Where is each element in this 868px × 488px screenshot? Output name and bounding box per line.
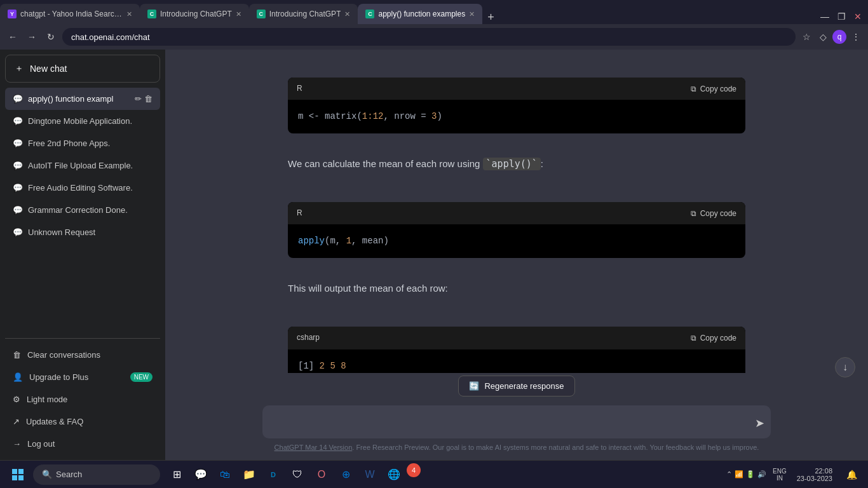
taskbar-opera[interactable]: O <box>310 463 333 486</box>
copy-code-button-2[interactable]: ⧉ Copy code <box>691 209 736 218</box>
region-text: IN <box>776 475 783 482</box>
taskbar-chrome[interactable]: 🌐 <box>383 463 405 486</box>
tray-battery[interactable]: 🔋 <box>746 470 755 478</box>
upgrade-to-plus-button[interactable]: 👤 Upgrade to Plus NEW <box>5 366 160 388</box>
minimize-button[interactable]: — <box>817 9 832 24</box>
message-text2-inner: This will output the mean of each row: <box>262 281 771 296</box>
restore-button[interactable]: ❐ <box>834 9 849 24</box>
copy-label-3: Copy code <box>700 334 736 342</box>
taskbar-edge[interactable]: ⊕ <box>334 463 357 486</box>
taskbar-store[interactable]: 🛍 <box>214 463 236 486</box>
lang-text: ENG <box>773 468 787 475</box>
tab-close-chatgpt2[interactable]: ✕ <box>344 10 350 18</box>
light-mode-label: Light mode <box>27 395 67 404</box>
message-text1-inner: We can calculate the mean of each row us… <box>262 156 771 172</box>
sidebar-item-conv3[interactable]: 💬 Free 2nd Phone Apps. <box>5 132 160 154</box>
delete-icon-conv1[interactable]: 🗑 <box>144 94 153 104</box>
taskbar-fileexplorer[interactable]: 📁 <box>238 463 261 486</box>
lang-indicator[interactable]: ENG IN <box>770 468 789 482</box>
svg-rect-3 <box>18 475 24 480</box>
taskbar-notification[interactable]: 4 <box>407 463 421 477</box>
taskbar-mcafee[interactable]: 🛡 <box>286 463 309 486</box>
tab-apply[interactable]: C apply() function examples ✕ <box>358 4 482 24</box>
back-button[interactable]: ← <box>5 29 20 44</box>
sidebar-item-conv7[interactable]: 💬 Unknown Request <box>5 221 160 243</box>
send-button[interactable]: ➤ <box>755 416 764 430</box>
taskbar-search[interactable]: 🔍 Search <box>33 464 160 485</box>
tab-close-chatgpt1[interactable]: ✕ <box>236 10 241 18</box>
taskbar-taskview[interactable]: ⊞ <box>165 463 188 486</box>
code-num-2: 2 <box>320 361 330 371</box>
tab-close-apply[interactable]: ✕ <box>469 10 475 18</box>
copy-code-button-3[interactable]: ⧉ Copy code <box>691 334 736 342</box>
sidebar-item-conv5[interactable]: 💬 Free Audio Editing Software. <box>5 177 160 199</box>
new-chat-button[interactable]: ＋ New chat <box>5 55 160 83</box>
tray-volume[interactable]: 🔊 <box>757 470 766 478</box>
copy-icon-3: ⧉ <box>691 334 696 342</box>
code-lang-1: R <box>297 83 302 95</box>
bookmark-icon[interactable]: ☆ <box>799 30 813 44</box>
sidebar-item-conv6[interactable]: 💬 Grammar Correction Done. <box>5 199 160 221</box>
chat-content: R ⧉ Copy code m <- matrix(1:12, nrow = 3… <box>165 50 868 460</box>
chat-icon-conv2: 💬 <box>13 116 23 126</box>
code-text-1a: m <- matrix( <box>298 111 362 121</box>
tab-bar: Y chatgpt - Yahoo India Search Res... ✕ … <box>0 0 868 24</box>
code-lang-3: csharp <box>297 332 320 344</box>
clear-conversations-button[interactable]: 🗑 Clear conversations <box>5 344 160 366</box>
sidebar-item-conv4[interactable]: 💬 AutoIT File Upload Example. <box>5 154 160 177</box>
tab-yahoo[interactable]: Y chatgpt - Yahoo India Search Res... ✕ <box>0 4 140 24</box>
chat-icon-conv4: 💬 <box>13 161 23 170</box>
scroll-bottom-button[interactable]: ↓ <box>835 357 855 377</box>
sidebar-item-conv2[interactable]: 💬 Dingtone Mobile Application. <box>5 110 160 132</box>
refresh-button[interactable]: ↻ <box>43 29 58 44</box>
address-bar-row: ← → ↻ ☆ ◇ q ⋮ <box>0 24 868 50</box>
light-mode-button[interactable]: ⚙ Light mode <box>5 388 160 410</box>
tab-title-chatgpt1: Introducing ChatGPT <box>160 10 232 18</box>
code-apply-paren2: , mean) <box>351 236 389 246</box>
code-text-1c: , nrow = <box>383 111 431 121</box>
tray-chevron[interactable]: ⌃ <box>726 470 732 478</box>
browser-chrome: Y chatgpt - Yahoo India Search Res... ✕ … <box>0 0 868 50</box>
profile-icon[interactable]: q <box>832 30 846 44</box>
tab-chatgpt1[interactable]: C Introducing ChatGPT ✕ <box>140 4 249 24</box>
extensions-icon[interactable]: ◇ <box>816 30 830 44</box>
forward-button[interactable]: → <box>24 29 39 44</box>
footer-link[interactable]: ChatGPT Mar 14 Version <box>275 444 353 451</box>
sidebar-item-conv1[interactable]: 💬 apply() function exampl ✏ 🗑 <box>5 88 160 110</box>
sidebar: ＋ New chat 💬 apply() function exampl ✏ 🗑… <box>0 50 165 460</box>
edit-icon-conv1[interactable]: ✏ <box>135 94 142 104</box>
window-close-button[interactable]: ✕ <box>850 9 865 24</box>
address-right: ☆ ◇ q ⋮ <box>799 30 863 44</box>
regenerate-tooltip[interactable]: 🔄 Regenerate response <box>458 376 574 396</box>
address-input[interactable] <box>62 28 796 46</box>
new-tab-button[interactable]: + <box>482 11 499 24</box>
menu-icon[interactable]: ⋮ <box>849 30 863 44</box>
message-text2-wrap: This will output the mean of each row: <box>165 273 868 311</box>
favicon-chatgpt1: C <box>147 10 156 18</box>
chat-list: 💬 apply() function exampl ✏ 🗑 💬 Dingtone… <box>5 88 160 336</box>
clock[interactable]: 22:08 23-03-2023 <box>793 467 836 482</box>
chat-title-conv6: Grammar Correction Done. <box>28 205 153 215</box>
regenerate-icon: 🔄 <box>469 381 479 391</box>
chat-input[interactable] <box>262 405 771 438</box>
taskbar-word[interactable]: W <box>358 463 381 486</box>
copy-code-button-1[interactable]: ⧉ Copy code <box>691 85 736 93</box>
message-code2-wrap: R ⧉ Copy code apply(m, 1, mean) <box>165 187 868 273</box>
taskbar-dell[interactable]: D <box>262 463 285 486</box>
taskbar-right: ⌃ 📶 🔋 🔊 ENG IN 22:08 23-03-2023 🔔 <box>726 463 863 486</box>
updates-faq-button[interactable]: ↗ Updates & FAQ <box>5 410 160 433</box>
code-body-2: apply(m, 1, mean) <box>288 224 745 258</box>
taskbar-teams[interactable]: 💬 <box>189 463 212 486</box>
chat-icon-conv6: 💬 <box>13 205 23 215</box>
regenerate-container: 🔄 Regenerate response <box>165 373 868 399</box>
start-button[interactable] <box>5 463 31 486</box>
input-area: ➤ ChatGPT Mar 14 Version. Free Research … <box>165 399 868 460</box>
logout-button[interactable]: → Log out <box>5 433 160 455</box>
notification-center[interactable]: 🔔 <box>840 463 863 486</box>
tray-wifi[interactable]: 📶 <box>735 470 743 478</box>
message-code3-wrap: csharp ⧉ Copy code [1] 2 5 8 <box>165 311 868 373</box>
tab-chatgpt2[interactable]: C Introducing ChatGPT ✕ <box>249 4 358 24</box>
taskbar: 🔍 Search ⊞ 💬 🛍 📁 D 🛡 O ⊕ W 🌐 4 ⌃ 📶 🔋 🔊 E… <box>0 460 868 488</box>
code-body-1: m <- matrix(1:12, nrow = 3) <box>288 100 745 133</box>
tab-close-yahoo[interactable]: ✕ <box>126 10 132 18</box>
